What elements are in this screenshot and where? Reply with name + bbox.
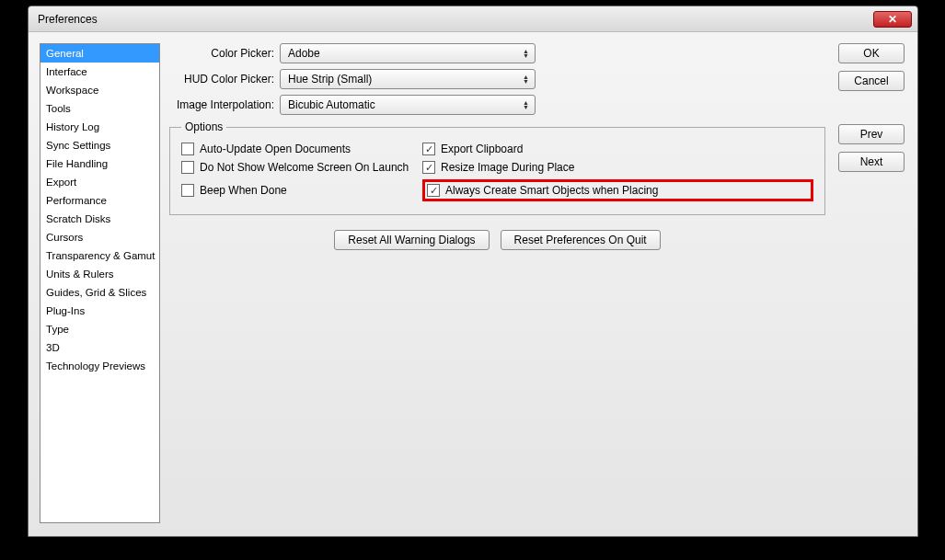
- sidebar-item-label: Workspace: [46, 85, 98, 96]
- dialog-body: General Interface Workspace Tools Histor…: [29, 32, 917, 536]
- next-button[interactable]: Next: [838, 152, 905, 172]
- export-clipboard-label: Export Clipboard: [441, 143, 523, 155]
- sidebar-item-label: Type: [46, 324, 69, 335]
- sidebar-item-label: Tools: [46, 103, 71, 114]
- checkbox-icon: [181, 184, 194, 197]
- color-picker-value: Adobe: [288, 47, 320, 60]
- resize-during-place-checkbox[interactable]: Resize Image During Place: [422, 161, 813, 174]
- ok-button[interactable]: OK: [838, 43, 905, 63]
- sidebar-item-label: Cursors: [46, 232, 83, 243]
- sidebar-item-label: Export: [46, 177, 76, 188]
- right-buttons: OK Cancel Prev Next: [838, 43, 905, 523]
- prev-label: Prev: [860, 128, 883, 141]
- sidebar-item-export[interactable]: Export: [40, 173, 159, 191]
- checkbox-icon: [422, 161, 435, 174]
- select-arrows-icon: ▲▼: [523, 49, 529, 58]
- sidebar-item-3d[interactable]: 3D: [40, 338, 159, 357]
- sidebar-item-label: History Log: [46, 121, 99, 132]
- sidebar-item-label: Sync Settings: [46, 140, 110, 151]
- sidebar-item-file-handling[interactable]: File Handling: [40, 154, 159, 173]
- sidebar: General Interface Workspace Tools Histor…: [40, 43, 160, 523]
- sidebar-item-interface[interactable]: Interface: [40, 63, 159, 81]
- smart-objects-checkbox[interactable]: Always Create Smart Objects when Placing: [427, 184, 658, 197]
- sidebar-item-units-rulers[interactable]: Units & Rulers: [40, 265, 159, 283]
- close-button[interactable]: ✕: [873, 11, 912, 28]
- next-label: Next: [860, 155, 883, 168]
- sidebar-item-label: General: [46, 48, 84, 59]
- sidebar-item-type[interactable]: Type: [40, 320, 159, 338]
- image-interpolation-value: Bicubic Automatic: [288, 98, 375, 111]
- ok-label: OK: [863, 47, 879, 60]
- sidebar-item-guides[interactable]: Guides, Grid & Slices: [40, 283, 159, 302]
- checkbox-icon: [181, 161, 194, 174]
- hud-color-picker-select[interactable]: Hue Strip (Small) ▲▼: [280, 69, 536, 89]
- sidebar-item-technology-previews[interactable]: Technology Previews: [40, 357, 159, 375]
- close-icon: ✕: [888, 13, 897, 26]
- auto-update-checkbox[interactable]: Auto-Update Open Documents: [181, 143, 419, 155]
- sidebar-item-tools[interactable]: Tools: [40, 99, 159, 118]
- sidebar-item-performance[interactable]: Performance: [40, 191, 159, 210]
- image-interpolation-select[interactable]: Bicubic Automatic ▲▼: [280, 95, 536, 115]
- hud-color-picker-value: Hue Strip (Small): [288, 73, 372, 86]
- preferences-dialog: Preferences ✕ General Interface Workspac…: [28, 6, 918, 537]
- sidebar-item-general[interactable]: General: [40, 44, 159, 63]
- beep-done-checkbox[interactable]: Beep When Done: [181, 184, 419, 197]
- resize-during-place-label: Resize Image During Place: [441, 161, 574, 174]
- main-area: Color Picker: Adobe ▲▼ HUD Color Picker:…: [169, 43, 905, 523]
- cancel-label: Cancel: [854, 74, 888, 87]
- select-arrows-icon: ▲▼: [523, 100, 529, 109]
- checkbox-icon: [422, 143, 435, 155]
- select-arrows-icon: ▲▼: [523, 74, 529, 84]
- options-legend: Options: [181, 120, 226, 133]
- options-fieldset: Options Auto-Update Open Documents Expor…: [169, 120, 825, 215]
- reset-prefs-label: Reset Preferences On Quit: [514, 234, 647, 246]
- sidebar-item-label: Technology Previews: [46, 360, 145, 371]
- titlebar: Preferences ✕: [29, 6, 917, 32]
- sidebar-item-label: Units & Rulers: [46, 269, 114, 280]
- sidebar-item-label: Transparency & Gamut: [46, 250, 155, 261]
- no-welcome-checkbox[interactable]: Do Not Show Welcome Screen On Launch: [181, 161, 419, 174]
- image-interpolation-label: Image Interpolation:: [169, 98, 280, 111]
- settings-column: Color Picker: Adobe ▲▼ HUD Color Picker:…: [169, 43, 825, 523]
- checkbox-icon: [427, 184, 440, 197]
- sidebar-item-plugins[interactable]: Plug-Ins: [40, 302, 159, 320]
- prev-button[interactable]: Prev: [838, 124, 905, 144]
- beep-done-label: Beep When Done: [200, 184, 287, 197]
- color-picker-label: Color Picker:: [169, 47, 280, 60]
- no-welcome-label: Do Not Show Welcome Screen On Launch: [200, 161, 409, 174]
- checkbox-icon: [181, 143, 194, 155]
- smart-objects-highlight: Always Create Smart Objects when Placing: [422, 179, 813, 201]
- auto-update-label: Auto-Update Open Documents: [200, 143, 351, 155]
- sidebar-item-label: Interface: [46, 66, 87, 77]
- sidebar-item-history-log[interactable]: History Log: [40, 118, 159, 136]
- sidebar-item-label: Performance: [46, 195, 107, 206]
- sidebar-item-transparency[interactable]: Transparency & Gamut: [40, 246, 159, 265]
- sidebar-item-workspace[interactable]: Workspace: [40, 81, 159, 99]
- sidebar-item-label: Guides, Grid & Slices: [46, 287, 146, 298]
- reset-warnings-button[interactable]: Reset All Warning Dialogs: [334, 230, 489, 250]
- export-clipboard-checkbox[interactable]: Export Clipboard: [422, 143, 813, 155]
- reset-prefs-button[interactable]: Reset Preferences On Quit: [501, 230, 661, 250]
- sidebar-item-label: File Handling: [46, 158, 108, 169]
- hud-color-picker-label: HUD Color Picker:: [169, 73, 280, 86]
- sidebar-item-sync-settings[interactable]: Sync Settings: [40, 136, 159, 154]
- smart-objects-label: Always Create Smart Objects when Placing: [445, 184, 658, 197]
- color-picker-select[interactable]: Adobe ▲▼: [280, 43, 536, 63]
- sidebar-item-label: 3D: [46, 342, 60, 353]
- reset-warnings-label: Reset All Warning Dialogs: [348, 234, 475, 246]
- sidebar-item-label: Plug-Ins: [46, 305, 85, 316]
- dialog-title: Preferences: [38, 13, 873, 26]
- cancel-button[interactable]: Cancel: [838, 71, 905, 91]
- sidebar-item-scratch-disks[interactable]: Scratch Disks: [40, 210, 159, 228]
- sidebar-item-cursors[interactable]: Cursors: [40, 228, 159, 246]
- sidebar-item-label: Scratch Disks: [46, 213, 110, 224]
